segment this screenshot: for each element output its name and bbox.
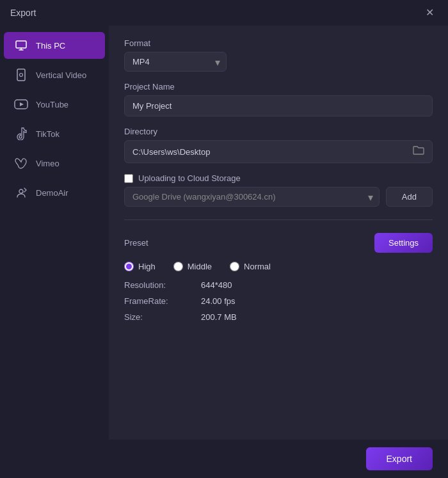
sidebar-label-youtube: YouTube: [36, 100, 68, 109]
resolution-key: Resolution:: [124, 280, 201, 290]
radio-middle[interactable]: Middle: [173, 262, 212, 271]
radio-high-input[interactable]: [124, 262, 134, 271]
right-panel: Format MP4 ▾ Project Name Directory C:\U…: [109, 26, 448, 440]
export-button[interactable]: Export: [366, 447, 433, 470]
project-name-input[interactable]: [124, 95, 433, 116]
format-select[interactable]: MP4: [124, 52, 227, 72]
preset-header: Preset Settings: [124, 233, 433, 253]
tiktok-icon: [14, 127, 28, 141]
svg-marker-4: [20, 102, 24, 106]
add-button[interactable]: Add: [386, 187, 433, 207]
title-bar: Export ✕: [0, 0, 448, 26]
sidebar-item-vimeo[interactable]: Vimeo: [4, 150, 105, 177]
divider: [124, 219, 433, 220]
sidebar-item-demoair[interactable]: DemoAir: [4, 179, 105, 206]
svg-point-5: [19, 189, 23, 193]
sidebar-label-tiktok: TikTok: [36, 129, 60, 139]
folder-icon[interactable]: [413, 145, 424, 158]
sidebar-label-demoair: DemoAir: [36, 188, 68, 198]
cloud-select-wrapper: Google Drive (wangxiyan@300624.cn) ▾: [124, 187, 380, 207]
preset-label: Preset: [124, 238, 148, 248]
radio-middle-label: Middle: [188, 262, 212, 271]
close-button[interactable]: ✕: [422, 6, 438, 19]
vimeo-icon: [14, 156, 28, 170]
cloud-group: Uploading to Cloud Storage Google Drive …: [124, 173, 433, 207]
sidebar-item-this-pc[interactable]: This PC: [4, 32, 105, 59]
sidebar-label-vertical-video: Vertical Video: [36, 70, 86, 80]
preset-radio-row: High Middle Normal: [124, 262, 433, 271]
radio-normal-label: Normal: [244, 262, 271, 271]
sidebar-item-vertical-video[interactable]: Vertical Video: [4, 61, 105, 88]
format-label: Format: [124, 38, 433, 48]
demoair-icon: [14, 186, 28, 200]
sidebar: This PC Vertical Video: [0, 26, 109, 440]
main-content: This PC Vertical Video: [0, 26, 448, 440]
bottom-bar: Export: [0, 440, 448, 478]
preset-section: Preset Settings High Middle Norm: [124, 233, 433, 322]
cloud-select[interactable]: Google Drive (wangxiyan@300624.cn): [124, 187, 380, 207]
directory-value: C:\Users\ws\Desktop: [132, 147, 413, 157]
radio-normal[interactable]: Normal: [230, 262, 271, 271]
cloud-checkbox[interactable]: [124, 174, 133, 183]
directory-row: C:\Users\ws\Desktop: [124, 140, 433, 163]
framerate-value: 24.00 fps: [201, 296, 433, 306]
cloud-row: Google Drive (wangxiyan@300624.cn) ▾ Add: [124, 187, 433, 207]
sidebar-item-youtube[interactable]: YouTube: [4, 91, 105, 118]
project-name-label: Project Name: [124, 82, 433, 92]
this-pc-icon: [14, 38, 28, 52]
size-value: 200.7 MB: [201, 312, 433, 322]
cloud-checkbox-row: Uploading to Cloud Storage: [124, 173, 433, 183]
size-key: Size:: [124, 312, 201, 322]
svg-rect-1: [17, 69, 25, 81]
format-group: Format MP4 ▾: [124, 38, 433, 72]
settings-button[interactable]: Settings: [374, 233, 433, 253]
radio-normal-input[interactable]: [230, 262, 239, 271]
sidebar-label-this-pc: This PC: [36, 41, 65, 51]
sidebar-item-tiktok[interactable]: TikTok: [4, 120, 105, 147]
directory-label: Directory: [124, 127, 433, 136]
resolution-value: 644*480: [201, 280, 433, 290]
vertical-video-icon: [14, 68, 28, 82]
svg-rect-0: [16, 41, 26, 48]
project-name-group: Project Name: [124, 82, 433, 116]
cloud-label: Uploading to Cloud Storage: [138, 173, 241, 183]
window-title: Export: [10, 8, 36, 18]
directory-group: Directory C:\Users\ws\Desktop: [124, 127, 433, 163]
radio-high[interactable]: High: [124, 262, 156, 271]
svg-point-2: [20, 74, 23, 77]
radio-middle-input[interactable]: [173, 262, 183, 271]
info-grid: Resolution: 644*480 FrameRate: 24.00 fps…: [124, 280, 433, 322]
format-select-wrapper: MP4 ▾: [124, 52, 227, 72]
youtube-icon: [14, 97, 28, 111]
export-window: Export ✕ This PC: [0, 0, 448, 478]
radio-high-label: High: [138, 262, 156, 271]
sidebar-label-vimeo: Vimeo: [36, 159, 60, 168]
framerate-key: FrameRate:: [124, 296, 201, 306]
